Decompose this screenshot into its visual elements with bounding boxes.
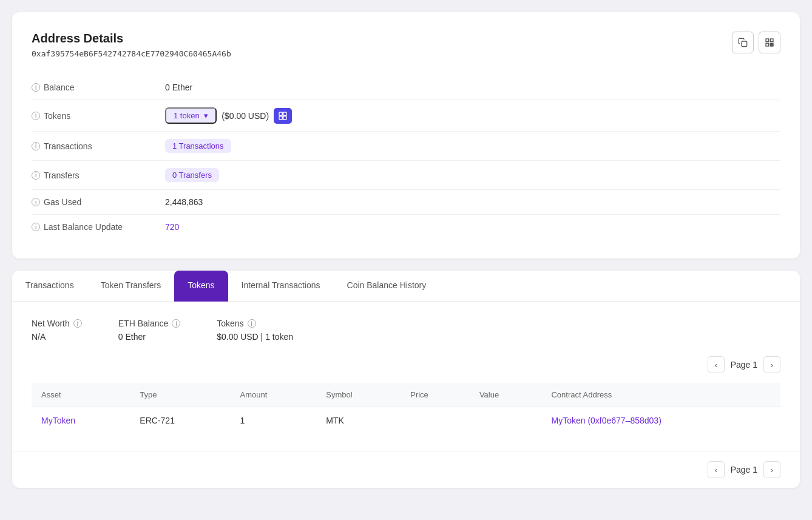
gas-used-label: i Gas Used (32, 197, 165, 207)
tokens-table: Asset Type Amount Symbol Price Value Con… (32, 383, 780, 434)
transfers-badge[interactable]: 0 Transfers (165, 168, 219, 182)
last-balance-update-link[interactable]: 720 (165, 222, 179, 232)
address-hash: 0xaf395754eB6F542742784cE7702940C60465A4… (32, 49, 231, 58)
balance-info-icon[interactable]: i (32, 83, 40, 92)
cell-amount: 1 (231, 407, 317, 434)
transactions-row: i Transactions 1 Transactions (32, 132, 780, 161)
token-count-badge[interactable]: 1 token ▾ (165, 107, 217, 124)
tab-transactions[interactable]: Transactions (12, 271, 87, 302)
svg-rect-0 (742, 41, 747, 47)
last-balance-update-label: i Last Balance Update (32, 222, 165, 232)
table-header: Asset Type Amount Symbol Price Value Con… (32, 383, 780, 407)
net-worth-info-icon[interactable]: i (73, 319, 82, 328)
svg-rect-3 (766, 43, 769, 46)
transfers-info-icon[interactable]: i (32, 171, 40, 180)
svg-rect-7 (772, 43, 773, 44)
tab-internal-transactions[interactable]: Internal Transactions (228, 271, 334, 302)
transactions-value: 1 Transactions (165, 139, 231, 153)
eth-balance-value: 0 Ether (118, 332, 180, 342)
transfers-row: i Transfers 0 Transfers (32, 161, 780, 190)
balance-value: 0 Ether (165, 83, 192, 92)
tokens-stat: Tokens i $0.00 USD | 1 token (217, 319, 293, 342)
next-page-button[interactable]: › (763, 356, 780, 373)
table-body: MyToken ERC-721 1 MTK MyToken (0xf0e677–… (32, 407, 780, 434)
table-header-row: Asset Type Amount Symbol Price Value Con… (32, 383, 780, 407)
cell-contract-address: MyToken (0xf0e677–858d03) (541, 407, 780, 434)
col-symbol: Symbol (316, 383, 401, 407)
tokens-stat-info-icon[interactable]: i (248, 319, 256, 328)
col-value: Value (470, 383, 542, 407)
cell-type: ERC-721 (130, 407, 230, 434)
tab-token-transfers[interactable]: Token Transfers (87, 271, 175, 302)
asset-link[interactable]: MyToken (41, 416, 75, 425)
tokens-stat-value: $0.00 USD | 1 token (217, 332, 293, 342)
eth-balance-stat: ETH Balance i 0 Ether (118, 319, 180, 342)
pagination-bottom: ‹ Page 1 › (12, 451, 800, 488)
gas-info-icon[interactable]: i (32, 198, 40, 206)
gas-used-value: 2,448,863 (165, 197, 203, 207)
net-worth-stat: Net Worth i N/A (32, 319, 82, 342)
tokens-row: i Tokens 1 token ▾ ($0.00 USD) (32, 100, 780, 132)
prev-page-button-bottom[interactable]: ‹ (708, 461, 725, 478)
svg-rect-10 (279, 116, 282, 119)
qr-icon-button[interactable] (759, 32, 780, 53)
transactions-info-icon[interactable]: i (32, 142, 40, 150)
last-balance-update-value: 720 (165, 222, 179, 232)
page-title: Address Details (32, 32, 231, 46)
address-info: Address Details 0xaf395754eB6F542742784c… (32, 32, 231, 58)
tokens-info-icon[interactable]: i (32, 112, 40, 120)
header-icon-buttons (732, 32, 780, 53)
cell-asset: MyToken (32, 407, 130, 434)
tabs-card: Transactions Token Transfers Tokens Inte… (12, 271, 800, 488)
col-contract-address: Contract Address (541, 383, 780, 407)
cell-price (401, 407, 470, 434)
tokens-label: i Tokens (32, 111, 165, 121)
tokens-content: Net Worth i N/A ETH Balance i 0 Ether To… (12, 302, 800, 451)
balance-row: i Balance 0 Ether (32, 75, 780, 100)
transfers-value: 0 Transfers (165, 168, 219, 182)
next-page-button-bottom[interactable]: › (763, 461, 780, 478)
net-worth-label: Net Worth i (32, 319, 82, 328)
transactions-label: i Transactions (32, 141, 165, 151)
svg-rect-9 (283, 112, 286, 115)
tokens-value: 1 token ▾ ($0.00 USD) (165, 107, 292, 124)
tabs-bar: Transactions Token Transfers Tokens Inte… (12, 271, 800, 302)
col-price: Price (401, 383, 470, 407)
col-type: Type (130, 383, 230, 407)
table-row: MyToken ERC-721 1 MTK MyToken (0xf0e677–… (32, 407, 780, 434)
prev-page-button[interactable]: ‹ (708, 356, 725, 373)
last-balance-update-row: i Last Balance Update 720 (32, 215, 780, 239)
col-asset: Asset (32, 383, 130, 407)
copy-icon-button[interactable] (732, 32, 754, 53)
gas-used-row: i Gas Used 2,448,863 (32, 190, 780, 215)
col-amount: Amount (231, 383, 317, 407)
token-icon-button[interactable] (274, 108, 292, 124)
cell-value (470, 407, 542, 434)
svg-rect-1 (766, 39, 769, 42)
last-balance-info-icon[interactable]: i (32, 223, 40, 231)
svg-rect-4 (770, 43, 771, 44)
eth-balance-info-icon[interactable]: i (172, 319, 180, 328)
tokens-stat-label: Tokens i (217, 319, 293, 328)
svg-rect-11 (283, 116, 286, 119)
svg-rect-5 (772, 45, 773, 46)
tab-tokens[interactable]: Tokens (174, 271, 228, 302)
svg-rect-2 (770, 39, 773, 42)
address-details-card: Address Details 0xaf395754eB6F542742784c… (12, 12, 800, 258)
net-worth-value: N/A (32, 332, 82, 342)
tab-coin-balance-history[interactable]: Coin Balance History (334, 271, 440, 302)
svg-rect-8 (279, 112, 282, 115)
balance-label: i Balance (32, 83, 165, 92)
eth-balance-label: ETH Balance i (118, 319, 180, 328)
address-header: Address Details 0xaf395754eB6F542742784c… (32, 32, 780, 58)
cell-symbol: MTK (316, 407, 401, 434)
stats-row: Net Worth i N/A ETH Balance i 0 Ether To… (32, 319, 780, 342)
page-label-bottom: Page 1 (731, 465, 757, 474)
transfers-label: i Transfers (32, 171, 165, 180)
transactions-badge[interactable]: 1 Transactions (165, 139, 231, 153)
contract-address-link[interactable]: MyToken (0xf0e677–858d03) (551, 416, 661, 425)
svg-rect-6 (770, 45, 771, 46)
pagination-top: ‹ Page 1 › (32, 356, 780, 373)
page-label-top: Page 1 (731, 360, 757, 370)
